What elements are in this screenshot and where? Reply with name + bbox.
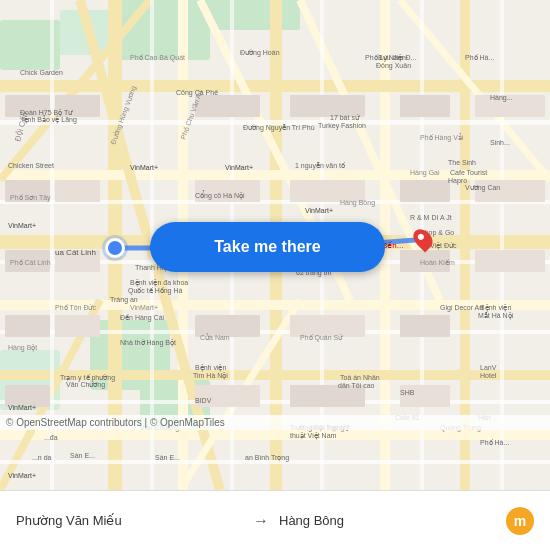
svg-text:Tim Hà Nội: Tim Hà Nội bbox=[193, 372, 228, 380]
svg-rect-41 bbox=[55, 180, 100, 202]
svg-text:Công Cà Phê: Công Cà Phê bbox=[176, 89, 218, 97]
svg-text:SHB: SHB bbox=[400, 389, 415, 396]
svg-text:Phố Hà...: Phố Hà... bbox=[465, 54, 494, 61]
svg-text:thuật Việt Nam: thuật Việt Nam bbox=[290, 432, 337, 440]
svg-text:Sàn E...: Sàn E... bbox=[155, 454, 180, 461]
svg-rect-55 bbox=[475, 250, 545, 272]
svg-text:Phố Quán Sứ: Phố Quán Sứ bbox=[300, 334, 343, 342]
svg-text:Bệnh viện: Bệnh viện bbox=[195, 364, 226, 372]
svg-text:Văn Chương: Văn Chương bbox=[66, 381, 105, 389]
svg-text:...n da: ...n da bbox=[32, 454, 52, 461]
svg-text:VinMart+: VinMart+ bbox=[225, 164, 253, 171]
svg-text:Phố Hàng Vải: Phố Hàng Vải bbox=[420, 133, 464, 142]
svg-text:Phố Cát Linh: Phố Cát Linh bbox=[10, 259, 51, 266]
svg-text:VinMart+: VinMart+ bbox=[8, 472, 36, 479]
moovit-icon: m bbox=[506, 507, 534, 535]
svg-text:Bệnh viện: Bệnh viện bbox=[480, 304, 511, 312]
map-container: Đội Cấn Đường Hùng Vương Phố Chu Văn An … bbox=[0, 0, 550, 490]
svg-text:Phố Sơn Tây: Phố Sơn Tây bbox=[10, 194, 51, 202]
svg-text:Nhà thờ Hàng Bột: Nhà thờ Hàng Bột bbox=[120, 339, 176, 347]
svg-text:Đường Nguyễn Trí Phú: Đường Nguyễn Trí Phú bbox=[243, 124, 315, 132]
svg-text:LanV: LanV bbox=[480, 364, 497, 371]
svg-text:VinMart+: VinMart+ bbox=[130, 164, 158, 171]
svg-rect-30 bbox=[0, 400, 550, 404]
svg-text:Bệnh viện đa khoa: Bệnh viện đa khoa bbox=[130, 279, 188, 287]
svg-text:Gigi Decor Art: Gigi Decor Art bbox=[440, 304, 484, 312]
svg-text:Cửa Nam: Cửa Nam bbox=[200, 333, 230, 341]
svg-rect-42 bbox=[195, 95, 260, 117]
svg-text:Cổng cô Hà Nội: Cổng cô Hà Nội bbox=[195, 190, 245, 200]
app: Đội Cấn Đường Hùng Vương Phố Chu Văn An … bbox=[0, 0, 550, 550]
copyright-bar: © OpenStreetMap contributors | © OpenMap… bbox=[0, 415, 550, 430]
svg-text:Hàng...: Hàng... bbox=[490, 94, 513, 102]
svg-text:Vương Can: Vương Can bbox=[465, 184, 500, 192]
take-me-there-button[interactable]: Take me there bbox=[150, 222, 385, 272]
svg-text:Quốc tế Hồng Hà: Quốc tế Hồng Hà bbox=[128, 287, 183, 295]
pin-dot bbox=[417, 233, 425, 241]
svg-text:Turkey Fashion: Turkey Fashion bbox=[318, 122, 366, 130]
svg-text:VinMart+: VinMart+ bbox=[305, 207, 333, 214]
take-me-there-label: Take me there bbox=[214, 238, 320, 256]
svg-text:Sinh...: Sinh... bbox=[490, 139, 510, 146]
svg-text:Hoàn Kiếm: Hoàn Kiếm bbox=[420, 259, 455, 266]
svg-text:Phố Cao Bá Quát: Phố Cao Bá Quát bbox=[130, 54, 185, 62]
svg-text:VinMart+: VinMart+ bbox=[130, 304, 158, 311]
arrow-icon: → bbox=[253, 512, 269, 530]
svg-rect-60 bbox=[400, 315, 450, 337]
svg-rect-18 bbox=[0, 430, 550, 440]
svg-text:17 bát sứ: 17 bát sứ bbox=[330, 114, 360, 121]
destination-label: Hàng Bông bbox=[279, 513, 506, 528]
svg-text:R & M DI A Jt: R & M DI A Jt bbox=[410, 214, 452, 221]
origin-label: Phường Văn Miếu bbox=[16, 513, 243, 528]
destination-pin bbox=[415, 228, 431, 250]
svg-rect-46 bbox=[400, 95, 450, 117]
svg-text:Hàng Gai: Hàng Gai bbox=[410, 169, 440, 177]
svg-text:Toà án Nhân: Toà án Nhân bbox=[340, 374, 380, 381]
svg-text:Đường Hoàn: Đường Hoàn bbox=[240, 49, 280, 57]
svg-text:dân Tôi cao: dân Tôi cao bbox=[338, 382, 375, 389]
current-location-dot bbox=[105, 238, 125, 258]
svg-text:lệnh Bảo vệ Lăng: lệnh Bảo vệ Lăng bbox=[22, 115, 77, 124]
svg-text:Sàn E...: Sàn E... bbox=[70, 452, 95, 459]
svg-rect-56 bbox=[5, 315, 50, 337]
svg-text:Phố Hà...: Phố Hà... bbox=[480, 439, 509, 446]
svg-text:an Bình Trọng: an Bình Trọng bbox=[245, 454, 289, 462]
bottom-navigation-bar: Phường Văn Miếu → Hàng Bông m bbox=[0, 490, 550, 550]
svg-text:ua Cát Linh: ua Cát Linh bbox=[55, 248, 96, 257]
copyright-text: © OpenStreetMap contributors | © OpenMap… bbox=[6, 417, 225, 428]
svg-rect-47 bbox=[400, 180, 450, 202]
svg-rect-57 bbox=[55, 315, 100, 337]
svg-text:Hàng Bông: Hàng Bông bbox=[340, 199, 375, 207]
svg-text:Việt Đức: Việt Đức bbox=[430, 242, 457, 250]
svg-text:Mắt Hà Nội: Mắt Hà Nội bbox=[478, 312, 514, 320]
svg-text:Đông Xuân: Đông Xuân bbox=[376, 62, 411, 70]
svg-text:Cafe Tourist: Cafe Tourist bbox=[450, 169, 487, 176]
svg-text:Hotel: Hotel bbox=[480, 372, 497, 379]
svg-text:BIDV: BIDV bbox=[195, 397, 212, 404]
svg-text:Hàng Bột: Hàng Bột bbox=[8, 344, 37, 352]
svg-text:VinMart+: VinMart+ bbox=[8, 222, 36, 229]
svg-text:1 nguyễn văn tố: 1 nguyễn văn tố bbox=[295, 162, 346, 170]
svg-text:VinMart+: VinMart+ bbox=[8, 404, 36, 411]
svg-text:Phố Lý Nam Đ...: Phố Lý Nam Đ... bbox=[365, 54, 417, 62]
svg-text:The Sinh: The Sinh bbox=[448, 159, 476, 166]
svg-text:Tràng an: Tràng an bbox=[110, 296, 138, 304]
svg-text:Phố Tôn Đức: Phố Tôn Đức bbox=[55, 304, 96, 311]
svg-text:...đa: ...đa bbox=[44, 434, 58, 441]
svg-text:Chick Garden: Chick Garden bbox=[20, 69, 63, 76]
svg-text:Bến...: Bến... bbox=[382, 241, 403, 250]
svg-text:Đền Hàng Cái: Đền Hàng Cái bbox=[120, 314, 165, 322]
svg-text:Chicken Street: Chicken Street bbox=[8, 162, 54, 169]
moovit-logo: m bbox=[506, 507, 534, 535]
